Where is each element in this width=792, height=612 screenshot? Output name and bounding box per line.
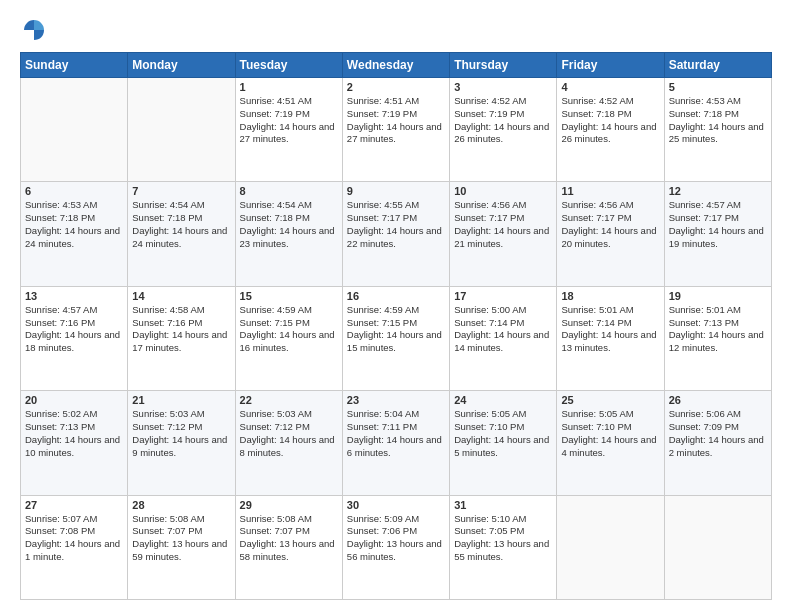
calendar-cell: 6Sunrise: 4:53 AM Sunset: 7:18 PM Daylig… — [21, 182, 128, 286]
calendar-cell: 20Sunrise: 5:02 AM Sunset: 7:13 PM Dayli… — [21, 391, 128, 495]
cell-info: Sunrise: 4:57 AM Sunset: 7:16 PM Dayligh… — [25, 304, 123, 355]
calendar-cell: 16Sunrise: 4:59 AM Sunset: 7:15 PM Dayli… — [342, 286, 449, 390]
day-number: 21 — [132, 394, 230, 406]
calendar-cell: 18Sunrise: 5:01 AM Sunset: 7:14 PM Dayli… — [557, 286, 664, 390]
cell-info: Sunrise: 4:54 AM Sunset: 7:18 PM Dayligh… — [132, 199, 230, 250]
day-number: 20 — [25, 394, 123, 406]
cell-info: Sunrise: 5:09 AM Sunset: 7:06 PM Dayligh… — [347, 513, 445, 564]
day-number: 4 — [561, 81, 659, 93]
cell-info: Sunrise: 5:01 AM Sunset: 7:14 PM Dayligh… — [561, 304, 659, 355]
day-number: 5 — [669, 81, 767, 93]
day-number: 22 — [240, 394, 338, 406]
cell-info: Sunrise: 4:57 AM Sunset: 7:17 PM Dayligh… — [669, 199, 767, 250]
day-number: 7 — [132, 185, 230, 197]
cell-info: Sunrise: 4:59 AM Sunset: 7:15 PM Dayligh… — [240, 304, 338, 355]
calendar-cell: 21Sunrise: 5:03 AM Sunset: 7:12 PM Dayli… — [128, 391, 235, 495]
cell-info: Sunrise: 5:06 AM Sunset: 7:09 PM Dayligh… — [669, 408, 767, 459]
week-row-4: 20Sunrise: 5:02 AM Sunset: 7:13 PM Dayli… — [21, 391, 772, 495]
calendar-cell — [128, 78, 235, 182]
calendar-cell: 17Sunrise: 5:00 AM Sunset: 7:14 PM Dayli… — [450, 286, 557, 390]
cell-info: Sunrise: 5:03 AM Sunset: 7:12 PM Dayligh… — [240, 408, 338, 459]
cell-info: Sunrise: 5:01 AM Sunset: 7:13 PM Dayligh… — [669, 304, 767, 355]
day-number: 23 — [347, 394, 445, 406]
calendar-cell: 9Sunrise: 4:55 AM Sunset: 7:17 PM Daylig… — [342, 182, 449, 286]
week-row-1: 1Sunrise: 4:51 AM Sunset: 7:19 PM Daylig… — [21, 78, 772, 182]
weekday-header-sunday: Sunday — [21, 53, 128, 78]
calendar-cell — [557, 495, 664, 599]
cell-info: Sunrise: 4:51 AM Sunset: 7:19 PM Dayligh… — [240, 95, 338, 146]
day-number: 27 — [25, 499, 123, 511]
cell-info: Sunrise: 5:08 AM Sunset: 7:07 PM Dayligh… — [240, 513, 338, 564]
cell-info: Sunrise: 4:53 AM Sunset: 7:18 PM Dayligh… — [25, 199, 123, 250]
day-number: 14 — [132, 290, 230, 302]
day-number: 18 — [561, 290, 659, 302]
day-number: 28 — [132, 499, 230, 511]
cell-info: Sunrise: 5:07 AM Sunset: 7:08 PM Dayligh… — [25, 513, 123, 564]
week-row-3: 13Sunrise: 4:57 AM Sunset: 7:16 PM Dayli… — [21, 286, 772, 390]
weekday-header-saturday: Saturday — [664, 53, 771, 78]
cell-info: Sunrise: 5:08 AM Sunset: 7:07 PM Dayligh… — [132, 513, 230, 564]
weekday-header-thursday: Thursday — [450, 53, 557, 78]
header — [20, 16, 772, 44]
cell-info: Sunrise: 4:53 AM Sunset: 7:18 PM Dayligh… — [669, 95, 767, 146]
cell-info: Sunrise: 4:51 AM Sunset: 7:19 PM Dayligh… — [347, 95, 445, 146]
day-number: 13 — [25, 290, 123, 302]
logo — [20, 16, 52, 44]
day-number: 17 — [454, 290, 552, 302]
calendar-cell: 23Sunrise: 5:04 AM Sunset: 7:11 PM Dayli… — [342, 391, 449, 495]
cell-info: Sunrise: 4:54 AM Sunset: 7:18 PM Dayligh… — [240, 199, 338, 250]
week-row-2: 6Sunrise: 4:53 AM Sunset: 7:18 PM Daylig… — [21, 182, 772, 286]
calendar-cell: 25Sunrise: 5:05 AM Sunset: 7:10 PM Dayli… — [557, 391, 664, 495]
logo-icon — [20, 16, 48, 44]
calendar-cell: 24Sunrise: 5:05 AM Sunset: 7:10 PM Dayli… — [450, 391, 557, 495]
weekday-header-row: SundayMondayTuesdayWednesdayThursdayFrid… — [21, 53, 772, 78]
day-number: 3 — [454, 81, 552, 93]
cell-info: Sunrise: 5:05 AM Sunset: 7:10 PM Dayligh… — [561, 408, 659, 459]
cell-info: Sunrise: 4:52 AM Sunset: 7:19 PM Dayligh… — [454, 95, 552, 146]
calendar-cell: 13Sunrise: 4:57 AM Sunset: 7:16 PM Dayli… — [21, 286, 128, 390]
cell-info: Sunrise: 4:58 AM Sunset: 7:16 PM Dayligh… — [132, 304, 230, 355]
day-number: 25 — [561, 394, 659, 406]
cell-info: Sunrise: 4:59 AM Sunset: 7:15 PM Dayligh… — [347, 304, 445, 355]
cell-info: Sunrise: 5:02 AM Sunset: 7:13 PM Dayligh… — [25, 408, 123, 459]
weekday-header-wednesday: Wednesday — [342, 53, 449, 78]
cell-info: Sunrise: 4:56 AM Sunset: 7:17 PM Dayligh… — [454, 199, 552, 250]
calendar-cell: 8Sunrise: 4:54 AM Sunset: 7:18 PM Daylig… — [235, 182, 342, 286]
day-number: 11 — [561, 185, 659, 197]
day-number: 8 — [240, 185, 338, 197]
cell-info: Sunrise: 5:05 AM Sunset: 7:10 PM Dayligh… — [454, 408, 552, 459]
day-number: 1 — [240, 81, 338, 93]
day-number: 29 — [240, 499, 338, 511]
calendar-cell — [21, 78, 128, 182]
calendar-cell: 1Sunrise: 4:51 AM Sunset: 7:19 PM Daylig… — [235, 78, 342, 182]
calendar-cell: 11Sunrise: 4:56 AM Sunset: 7:17 PM Dayli… — [557, 182, 664, 286]
weekday-header-friday: Friday — [557, 53, 664, 78]
calendar-cell: 31Sunrise: 5:10 AM Sunset: 7:05 PM Dayli… — [450, 495, 557, 599]
day-number: 10 — [454, 185, 552, 197]
calendar-cell — [664, 495, 771, 599]
calendar-cell: 7Sunrise: 4:54 AM Sunset: 7:18 PM Daylig… — [128, 182, 235, 286]
day-number: 9 — [347, 185, 445, 197]
day-number: 19 — [669, 290, 767, 302]
weekday-header-tuesday: Tuesday — [235, 53, 342, 78]
cell-info: Sunrise: 4:52 AM Sunset: 7:18 PM Dayligh… — [561, 95, 659, 146]
calendar-cell: 2Sunrise: 4:51 AM Sunset: 7:19 PM Daylig… — [342, 78, 449, 182]
day-number: 12 — [669, 185, 767, 197]
calendar-cell: 19Sunrise: 5:01 AM Sunset: 7:13 PM Dayli… — [664, 286, 771, 390]
calendar-cell: 15Sunrise: 4:59 AM Sunset: 7:15 PM Dayli… — [235, 286, 342, 390]
day-number: 30 — [347, 499, 445, 511]
calendar-cell: 3Sunrise: 4:52 AM Sunset: 7:19 PM Daylig… — [450, 78, 557, 182]
calendar-cell: 22Sunrise: 5:03 AM Sunset: 7:12 PM Dayli… — [235, 391, 342, 495]
day-number: 2 — [347, 81, 445, 93]
calendar-cell: 30Sunrise: 5:09 AM Sunset: 7:06 PM Dayli… — [342, 495, 449, 599]
calendar-cell: 29Sunrise: 5:08 AM Sunset: 7:07 PM Dayli… — [235, 495, 342, 599]
cell-info: Sunrise: 5:03 AM Sunset: 7:12 PM Dayligh… — [132, 408, 230, 459]
day-number: 15 — [240, 290, 338, 302]
calendar-cell: 26Sunrise: 5:06 AM Sunset: 7:09 PM Dayli… — [664, 391, 771, 495]
day-number: 24 — [454, 394, 552, 406]
calendar-table: SundayMondayTuesdayWednesdayThursdayFrid… — [20, 52, 772, 600]
day-number: 26 — [669, 394, 767, 406]
cell-info: Sunrise: 5:00 AM Sunset: 7:14 PM Dayligh… — [454, 304, 552, 355]
calendar-cell: 4Sunrise: 4:52 AM Sunset: 7:18 PM Daylig… — [557, 78, 664, 182]
cell-info: Sunrise: 5:10 AM Sunset: 7:05 PM Dayligh… — [454, 513, 552, 564]
